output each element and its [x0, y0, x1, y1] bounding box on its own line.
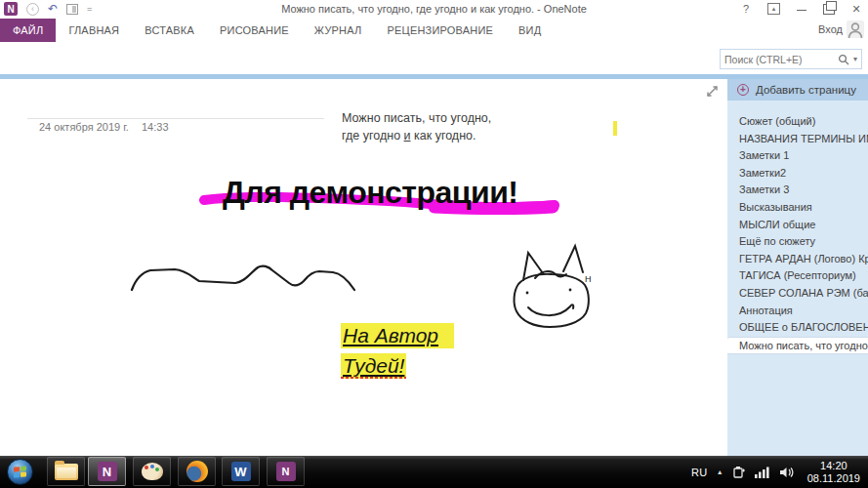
avatar[interactable] [847, 20, 864, 38]
search-scope-caret-icon[interactable]: ▾ [853, 55, 857, 63]
close-icon[interactable]: ✕ [848, 3, 864, 16]
page-item[interactable]: ТАГИСА (Ресепториум) [727, 267, 868, 285]
battery-icon[interactable] [732, 466, 746, 479]
network-signal-icon[interactable] [755, 466, 770, 478]
system-tray: RU ▲ 14:20 08.11.2019 [691, 456, 868, 488]
language-indicator[interactable]: RU [691, 467, 708, 478]
minimize-icon[interactable] [794, 2, 809, 16]
page-item[interactable]: Аннотация [727, 303, 868, 320]
restore-icon[interactable] [823, 4, 835, 15]
word-icon: W [231, 462, 251, 481]
page-item[interactable]: НАЗВАНИЯ ТЕРМИНЫ ИМ [727, 131, 868, 148]
page-item[interactable]: Заметки2 [727, 165, 868, 183]
onenote-icon: N [98, 462, 117, 481]
page-item[interactable]: Высказывания [727, 199, 868, 217]
search-input[interactable] [724, 54, 834, 65]
author-today-caption[interactable]: На Автор Тудей! [341, 320, 454, 381]
taskbar-onenote-button[interactable]: N [88, 457, 126, 486]
sign-in-link[interactable]: Вход [818, 23, 843, 35]
help-icon[interactable]: ? [738, 3, 754, 15]
page-list: Сюжет (общий) НАЗВАНИЯ ТЕРМИНЫ ИМ Заметк… [727, 113, 868, 354]
page-item[interactable]: СЕВЕР СОЛАНА РЭМ (баро [727, 285, 868, 303]
page-item[interactable]: Ещё по сюжету [727, 233, 868, 251]
demo-heading[interactable]: Для демонстрации! [223, 175, 517, 211]
clock-time: 14:20 [807, 460, 860, 472]
ink-layer [0, 79, 727, 456]
caption-line-1: На Автор [341, 323, 454, 348]
onenote-window: N ‹ ↶ = Можно писать, что угодно, где уг… [0, 0, 868, 488]
taskbar-word-button[interactable]: W [222, 457, 260, 486]
paint-icon [142, 463, 163, 480]
page-item[interactable]: Заметки 1 [727, 147, 868, 165]
tab-home[interactable]: ГЛАВНАЯ [56, 19, 132, 42]
page-item[interactable]: МЫСЛИ общие [727, 217, 868, 234]
caption-line-2: Тудей! [341, 353, 406, 379]
clock-date: 08.11.2019 [807, 472, 860, 485]
page-item[interactable]: Сюжет (общий) [727, 113, 868, 131]
title-bar: N ‹ ↶ = Можно писать, что угодно, где уг… [0, 0, 868, 19]
squiggle-drawing [132, 266, 354, 290]
tab-view[interactable]: ВИД [506, 19, 554, 42]
taskbar-firefox-button[interactable] [178, 457, 216, 486]
windows-flag-icon [14, 466, 26, 477]
firefox-icon [186, 461, 208, 482]
tab-insert[interactable]: ВСТАВКА [132, 19, 207, 42]
page-item-selected[interactable]: Можно писать, что угодно, [727, 337, 868, 354]
taskbar-paint-button[interactable] [133, 457, 171, 486]
onenote-clipper-icon: N [276, 462, 296, 481]
tab-file[interactable]: ФАЙЛ [0, 19, 56, 42]
taskbar-clock[interactable]: 14:20 08.11.2019 [807, 460, 860, 485]
tab-review[interactable]: РЕЦЕНЗИРОВАНИЕ [374, 19, 506, 42]
taskbar-onenote-clipper-button[interactable]: N [267, 457, 305, 486]
add-page-label: Добавить страницу [756, 84, 856, 96]
ribbon-display-options-icon[interactable]: ▴ [767, 3, 780, 15]
search-box: ▾ [720, 49, 862, 69]
folder-icon [55, 464, 78, 480]
plus-circle-icon: + [737, 84, 749, 96]
start-button[interactable] [7, 459, 33, 485]
cat-drawing [515, 246, 589, 327]
page-list-sidebar: + Добавить страницу Сюжет (общий) НАЗВАН… [727, 79, 868, 456]
tab-history[interactable]: ЖУРНАЛ [302, 19, 375, 42]
page-item[interactable]: Заметки 3 [727, 182, 868, 199]
taskbar-explorer-button[interactable] [47, 457, 85, 486]
page-item[interactable]: ГЕТРА АРДАН (Логово) Кр [727, 251, 868, 268]
window-controls: ? ▴ ✕ [738, 2, 864, 16]
speaker-icon[interactable] [779, 466, 795, 479]
ribbon-tab-bar: ФАЙЛ ГЛАВНАЯ ВСТАВКА РИСОВАНИЕ ЖУРНАЛ РЕ… [0, 19, 868, 42]
search-icon[interactable] [838, 54, 849, 65]
cat-label: Н [585, 274, 592, 284]
page-item[interactable]: ОБЩЕЕ о БЛАГОСЛОВЕНН [727, 319, 868, 337]
add-page-button[interactable]: + Добавить страницу [727, 79, 868, 101]
hidden-icons-caret-icon[interactable]: ▲ [717, 468, 723, 475]
tab-draw[interactable]: РИСОВАНИЕ [207, 19, 302, 42]
